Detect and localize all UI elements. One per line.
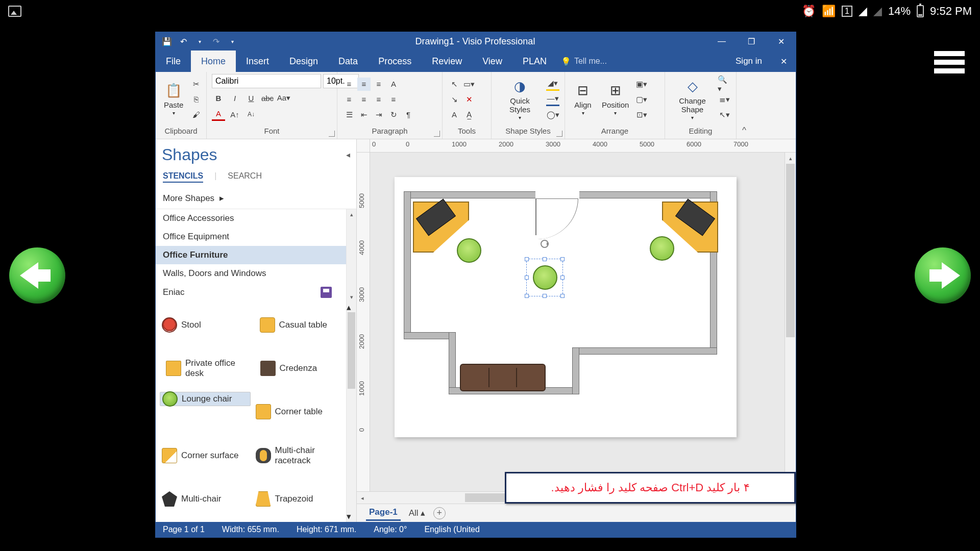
align-bottom-button[interactable]: ≡ (372, 78, 385, 91)
paste-button[interactable]: 📋Paste▾ (161, 81, 186, 117)
layers-button[interactable]: ≣▾ (718, 93, 731, 106)
format-painter-button[interactable]: 🖌 (189, 108, 203, 121)
all-pages-button[interactable]: All ▴ (409, 508, 425, 518)
rotate-handle-icon[interactable] (541, 240, 549, 248)
stencil-scrollbar[interactable]: ▴▾ (346, 209, 356, 302)
tab-view[interactable]: View (472, 51, 512, 72)
stencil-office-furniture[interactable]: Office Furniture (156, 246, 356, 264)
tab-process[interactable]: Process (368, 51, 422, 72)
connector-tool-button[interactable]: ↘ (448, 93, 461, 106)
tab-review[interactable]: Review (422, 51, 472, 72)
shape-multichair-racetrack[interactable]: Multi-chair racetrack (254, 433, 345, 478)
font-family-select[interactable] (212, 74, 321, 88)
shape-lounge-chair[interactable]: Lounge chair (160, 392, 251, 406)
tellme-search[interactable]: 💡Tell me... (557, 51, 726, 72)
delete-connector-button[interactable]: ✕ (462, 93, 476, 106)
status-language[interactable]: English (United (424, 525, 480, 534)
rotate-text-button[interactable]: ↻ (387, 108, 400, 121)
change-shape-button[interactable]: ◇Change Shape▾ (670, 77, 715, 122)
indent-inc-button[interactable]: ⇥ (372, 108, 385, 121)
strike-button[interactable]: abc (261, 91, 274, 105)
page-tab-1[interactable]: Page-1 (366, 505, 401, 521)
shapestyles-dialog-launcher[interactable] (556, 131, 562, 137)
undo-dropdown-icon[interactable]: ▾ (193, 35, 206, 47)
line-button[interactable]: —▾ (546, 93, 559, 106)
align-right-button[interactable]: ≡ (372, 93, 385, 106)
collapse-ribbon-button[interactable]: ^ (737, 72, 752, 139)
fill-button[interactable]: ◢▾ (546, 78, 559, 91)
vertical-scrollbar[interactable]: ▴▾ (785, 153, 796, 491)
send-back-button[interactable]: ▢▾ (635, 93, 648, 106)
tab-file[interactable]: File (156, 51, 191, 72)
align-middle-button[interactable]: ≡ (357, 78, 371, 91)
align-left-button[interactable]: ≡ (342, 93, 356, 106)
add-page-button[interactable]: + (433, 507, 446, 519)
stencil-eniac[interactable]: Eniac (156, 283, 356, 302)
find-button[interactable]: 🔍▾ (718, 78, 731, 91)
minimize-button[interactable]: — (707, 32, 737, 51)
align-center-button[interactable]: ≡ (357, 93, 371, 106)
shape-corner-surface[interactable]: Corner surface (160, 433, 251, 478)
shape-corner-table[interactable]: Corner table (254, 392, 345, 432)
shape-credenza[interactable]: Credenza (254, 346, 345, 391)
nav-next-button[interactable] (915, 247, 971, 304)
sofa-shape[interactable] (460, 364, 546, 391)
ribbon-close-button[interactable]: ✕ (771, 51, 796, 72)
text-tool-button[interactable]: A (448, 108, 461, 121)
pointer-tool-button[interactable]: ↖ (448, 78, 461, 91)
rectangle-tool-button[interactable]: ▭▾ (462, 78, 476, 91)
tab-plan[interactable]: PLAN (512, 51, 557, 72)
more-shapes-button[interactable]: More Shapes▸ (156, 188, 356, 209)
cut-button[interactable]: ✂ (189, 78, 203, 91)
qat-customize-icon[interactable]: ▾ (226, 35, 238, 47)
align-button[interactable]: ⊟Align▾ (570, 81, 596, 117)
shape-private-office-desk[interactable]: Private office desk (160, 346, 251, 391)
shapes-collapse-button[interactable]: ◂ (346, 150, 350, 160)
tab-data[interactable]: Data (328, 51, 368, 72)
underline-button[interactable]: U (244, 91, 258, 105)
grow-font-button[interactable]: A↑ (228, 108, 241, 121)
text-block-button[interactable]: A̲ (462, 108, 476, 121)
effects-button[interactable]: ◯▾ (546, 108, 559, 121)
group-button[interactable]: ⊡▾ (635, 108, 648, 121)
text-direction-button[interactable]: A (387, 78, 400, 91)
align-justify-button[interactable]: ≡ (387, 93, 400, 106)
position-button[interactable]: ⊞Position▾ (599, 81, 632, 117)
case-button[interactable]: Aa▾ (277, 91, 290, 105)
search-tab[interactable]: SEARCH (228, 171, 262, 183)
shrink-font-button[interactable]: A↓ (244, 108, 258, 121)
drawing-canvas[interactable] (370, 153, 785, 491)
stencil-walls-doors-windows[interactable]: Walls, Doors and Windows (156, 264, 356, 283)
menu-button[interactable] (934, 51, 965, 73)
stencil-office-accessories[interactable]: Office Accessories (156, 209, 356, 228)
selected-shape[interactable] (526, 259, 563, 296)
redo-icon[interactable]: ↷ (210, 35, 222, 47)
nav-prev-button[interactable] (9, 247, 65, 304)
select-button[interactable]: ↖▾ (718, 108, 731, 121)
copy-button[interactable]: ⎘ (189, 93, 203, 106)
tab-design[interactable]: Design (279, 51, 328, 72)
font-dialog-launcher[interactable] (329, 131, 335, 137)
tab-insert[interactable]: Insert (236, 51, 279, 72)
stencils-tab[interactable]: STENCILS (163, 171, 203, 183)
stencil-office-equipment[interactable]: Office Equipment (156, 228, 356, 246)
undo-icon[interactable]: ↶ (177, 35, 189, 47)
bullets-button[interactable]: ☰ (342, 108, 356, 121)
close-button[interactable]: ✕ (766, 32, 796, 51)
align-top-button[interactable]: ≡ (342, 78, 356, 91)
font-color-button[interactable]: A (212, 108, 225, 121)
save-icon[interactable]: 💾 (161, 35, 173, 47)
rtl-button[interactable]: ¶ (402, 108, 415, 121)
signin-link[interactable]: Sign in (726, 51, 771, 72)
shape-multichair[interactable]: Multi-chair (160, 479, 251, 519)
quick-styles-button[interactable]: ◑Quick Styles▾ (497, 77, 543, 122)
tab-home[interactable]: Home (191, 51, 236, 72)
shape-grid-scrollbar[interactable]: ▴▾ (346, 302, 356, 522)
italic-button[interactable]: I (228, 91, 241, 105)
indent-dec-button[interactable]: ⇤ (357, 108, 371, 121)
paragraph-dialog-launcher[interactable] (434, 131, 440, 137)
bold-button[interactable]: B (212, 91, 225, 105)
shape-stool[interactable]: Stool (160, 305, 251, 345)
restore-button[interactable]: ❐ (737, 32, 766, 51)
bring-front-button[interactable]: ▣▾ (635, 78, 648, 91)
